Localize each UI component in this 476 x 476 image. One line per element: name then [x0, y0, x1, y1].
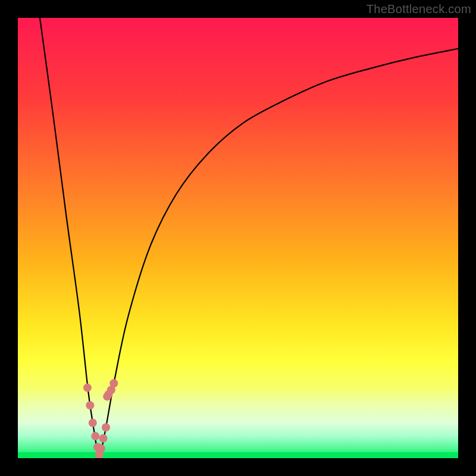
highlight-point — [97, 444, 105, 453]
curve-layer — [18, 18, 458, 458]
highlight-markers — [83, 379, 118, 458]
highlight-point — [89, 419, 97, 427]
highlight-point — [109, 379, 118, 387]
highlight-point — [102, 423, 110, 431]
attribution-text: TheBottleneck.com — [367, 2, 471, 16]
highlight-point — [86, 401, 94, 409]
bottleneck-curve — [40, 18, 458, 456]
highlight-point — [99, 434, 108, 443]
plot-area — [18, 18, 458, 458]
highlight-point — [83, 384, 92, 392]
highlight-point — [91, 432, 99, 440]
chart-frame: TheBottleneck.com — [0, 0, 476, 476]
